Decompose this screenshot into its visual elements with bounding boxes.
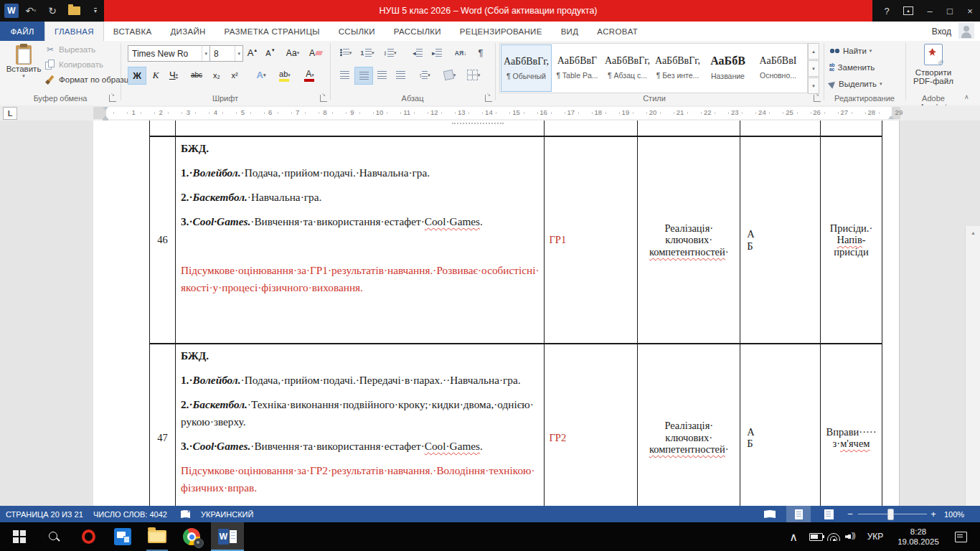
align-center-button[interactable] <box>354 67 373 85</box>
align-right-button[interactable] <box>373 67 390 83</box>
table-cell[interactable] <box>740 121 821 136</box>
superscript-button[interactable]: x² <box>226 67 243 83</box>
zoom-level-button[interactable]: 100% <box>944 506 964 522</box>
open-folder-button[interactable] <box>65 2 83 19</box>
paragraph[interactable]: Підсумкове·​оцінювання·​за·​ГР2·​результ… <box>181 462 542 496</box>
table-cell[interactable] <box>821 121 882 136</box>
paste-button[interactable]: Вставить ▾ <box>6 44 42 94</box>
cut-button[interactable]: ✂Вырезать <box>44 44 133 55</box>
styles-dialog-launcher[interactable] <box>814 95 821 102</box>
proofing-status-button[interactable] <box>181 506 190 522</box>
language-indicator[interactable]: УКРАИНСКИЙ <box>201 506 253 522</box>
lesson-content-cell[interactable]: БЖД.1.·​Волейбол.·​Подача,·​прийом·​пода… <box>176 137 545 343</box>
shading-button[interactable]: ▾ <box>441 67 458 83</box>
bold-button[interactable]: Ж <box>128 67 146 85</box>
tab-разметка-страницы[interactable]: РАЗМЕТКА СТРАНИЦЫ <box>215 22 329 41</box>
tab-вид[interactable]: ВИД <box>552 22 588 41</box>
opera-button[interactable] <box>72 522 105 551</box>
groups-cell[interactable]: АБ <box>740 344 821 506</box>
tab-дизайн[interactable]: ДИЗАЙН <box>161 22 215 41</box>
paragraph[interactable]: 3.·​Cool·​Games.·​Вивчення·​та·​використ… <box>181 438 542 455</box>
close-button[interactable]: × <box>960 0 980 22</box>
exercises-cell[interactable]: Вправи·​·​·​·​·​з·​м'ячем <box>821 344 882 506</box>
action-center-button[interactable] <box>950 522 971 551</box>
tab-stop-selector[interactable]: L <box>3 107 17 120</box>
numbering-button[interactable]: 1▾ <box>359 44 376 61</box>
ribbon-display-options-button[interactable]: ▴ <box>898 0 918 22</box>
format-painter-button[interactable]: Формат по образцу <box>44 75 133 85</box>
paragraph[interactable] <box>181 237 542 255</box>
line-spacing-button[interactable]: ↕▾ <box>416 67 433 83</box>
app-tile-button[interactable] <box>106 522 139 551</box>
zoom-in-button[interactable]: + <box>928 506 938 522</box>
tab-главная[interactable]: ГЛАВНАЯ <box>44 22 104 41</box>
font-dialog-launcher[interactable] <box>320 95 327 102</box>
row-number-cell[interactable]: 47 <box>150 344 176 506</box>
style-card[interactable]: АаБбВНазвание <box>703 44 753 90</box>
volume-icon[interactable] <box>843 522 860 551</box>
lesson-content-cell[interactable]: БЖД.1.·​Волейбол.·​Подача,·​прийом·​пода… <box>176 344 545 506</box>
paragraph[interactable]: БЖД. <box>181 347 542 364</box>
read-mode-button[interactable] <box>758 506 782 522</box>
word-count-indicator[interactable]: ЧИСЛО СЛОВ: 4042 <box>93 506 167 522</box>
tab-рассылки[interactable]: РАССЫЛКИ <box>385 22 451 41</box>
wifi-icon[interactable] <box>825 522 842 551</box>
gr-cell[interactable]: ГР2 <box>545 344 638 506</box>
table-cell[interactable] <box>638 121 740 136</box>
page-number-indicator[interactable]: СТРАНИЦА 20 ИЗ 21 <box>6 506 83 522</box>
restore-button[interactable]: □ <box>940 0 960 22</box>
web-layout-button[interactable] <box>816 506 841 522</box>
paragraph[interactable]: 2.·​Баскетбол.·​Техніка·​виконання·​подв… <box>181 396 542 430</box>
groups-cell[interactable]: АБ <box>740 137 821 343</box>
font-name-combo[interactable]: Times New Ro▾ <box>128 45 210 62</box>
row-number-cell[interactable]: 46 <box>150 137 176 343</box>
justify-button[interactable] <box>392 67 409 83</box>
redo-button[interactable]: ↻ <box>43 2 62 19</box>
collapse-ribbon-button[interactable]: ∧ <box>964 93 969 100</box>
style-card[interactable]: АаБбВвГг,¶ Абзац с... <box>603 44 652 90</box>
language-switcher[interactable]: УКР <box>861 522 890 551</box>
change-case-button[interactable]: Аа▾ <box>284 44 301 61</box>
account-avatar[interactable] <box>958 23 974 39</box>
battery-icon[interactable] <box>806 522 825 551</box>
underline-button[interactable]: Ч▾ <box>165 67 182 83</box>
show-formatting-marks-button[interactable]: ¶ <box>472 44 489 61</box>
competence-cell[interactable]: Реалізація·​ключових·​компетентностей·​ <box>638 344 740 506</box>
bullets-button[interactable]: ▾ <box>337 44 354 61</box>
tray-expand-button[interactable]: ∧ <box>785 522 802 551</box>
paragraph[interactable]: 1.·​Волейбол.·​Подача,·​прийом·​подачі.·… <box>181 164 542 182</box>
right-indent-marker[interactable] <box>888 113 894 119</box>
highlight-color-button[interactable]: ab▾ <box>276 67 293 83</box>
multilevel-list-button[interactable]: ⁝▾ <box>382 44 399 61</box>
shrink-font-button[interactable]: А▼ <box>262 44 279 61</box>
paragraph[interactable]: 3.·​Cool·​Games.·​Вивчення·​та·​використ… <box>181 213 542 230</box>
taskbar-search-button[interactable] <box>37 522 70 551</box>
chrome-button[interactable] <box>175 522 208 551</box>
paragraph-dialog-launcher[interactable] <box>485 95 492 102</box>
paragraph[interactable]: БЖД. <box>181 140 542 157</box>
styles-scroll-down-button[interactable]: ▼ <box>808 60 819 77</box>
style-card[interactable]: АаБбВвГг,¶ Без инте... <box>653 44 702 90</box>
competence-cell[interactable]: Реалізація·​ключових·​компетентностей·​ <box>638 137 740 343</box>
style-card[interactable]: АаБбВвІОсновно... <box>753 44 803 90</box>
clipboard-dialog-launcher[interactable] <box>109 95 116 102</box>
help-button[interactable]: ? <box>877 0 897 22</box>
strikethrough-button[interactable]: abc <box>188 67 205 83</box>
document-page[interactable]: 46БЖД.1.·​Волейбол.·​Подача,·​прийом·​по… <box>93 121 900 506</box>
zoom-out-button[interactable]: − <box>845 506 855 522</box>
file-explorer-button[interactable] <box>141 522 174 551</box>
table-cell[interactable] <box>545 121 638 136</box>
copy-button[interactable]: Копировать <box>44 60 133 70</box>
vertical-scrollbar[interactable]: ▲ ▼ <box>965 226 980 506</box>
paragraph[interactable]: 2.·​Баскетбол.·​Навчальна·​гра. <box>181 189 542 206</box>
paragraph[interactable]: Підсумкове·​оцінювання·​за·​ГР1·​результ… <box>181 262 542 296</box>
document-table[interactable]: 46БЖД.1.·​Волейбол.·​Подача,·​прийом·​по… <box>149 121 882 506</box>
print-layout-button[interactable] <box>786 506 811 522</box>
table-cell[interactable] <box>150 121 176 136</box>
create-pdf-button[interactable]: Створити PDF-файл <box>908 44 958 85</box>
zoom-slider-thumb[interactable] <box>887 509 894 520</box>
style-card[interactable]: АаБбВвГг,¶ Обычный <box>501 44 552 92</box>
clear-formatting-button[interactable]: А <box>307 44 324 61</box>
word-logo-icon[interactable]: W <box>4 4 19 18</box>
subscript-button[interactable]: x₂ <box>208 67 225 83</box>
